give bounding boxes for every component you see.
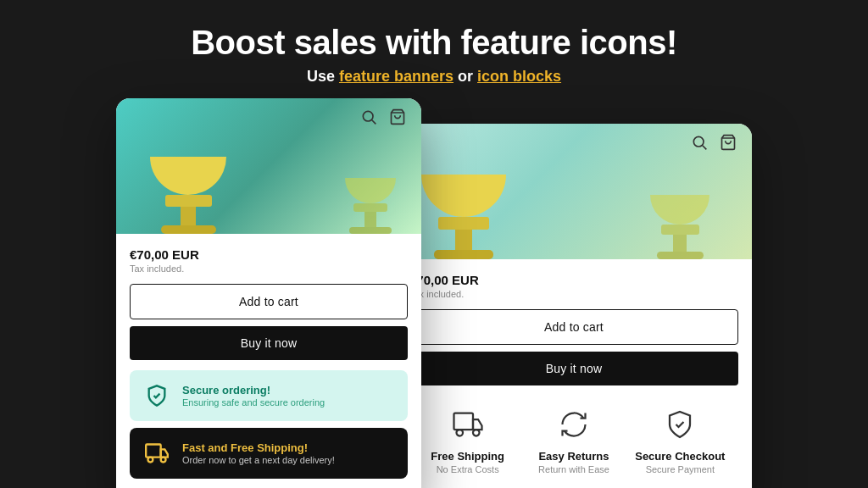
- shield-check-icon: [142, 380, 172, 411]
- add-to-cart-button-left[interactable]: Add to cart: [130, 284, 408, 319]
- secure-checkout-icon: [661, 406, 698, 443]
- svg-point-0: [363, 111, 373, 121]
- search-icon[interactable]: [360, 108, 379, 127]
- icon-block-secure: Secure Checkout Secure Payment: [629, 406, 732, 474]
- svg-rect-3: [146, 445, 161, 458]
- feature-banners-link[interactable]: feature banners: [339, 68, 453, 85]
- secure-ordering-text: Secure ordering! Ensuring safe and secur…: [182, 384, 325, 408]
- buy-now-button-right[interactable]: Buy it now: [409, 352, 738, 385]
- svg-point-6: [693, 136, 704, 147]
- svg-point-4: [148, 458, 153, 463]
- add-to-cart-button-right[interactable]: Add to cart: [409, 309, 738, 345]
- icon-block-shipping: Free Shipping No Extra Costs: [416, 406, 519, 474]
- card-left-nav: [347, 98, 421, 134]
- icon-blocks-row: Free Shipping No Extra Costs Easy Return…: [409, 396, 738, 488]
- card-right: €70,00 EUR Tax included. Add to cart Buy…: [396, 124, 752, 488]
- price-label-right: €70,00 EUR: [409, 273, 738, 287]
- svg-line-1: [372, 120, 376, 125]
- price-tax-right: Tax included.: [409, 289, 738, 299]
- card-right-nav: [677, 124, 752, 159]
- free-shipping-icon: [449, 406, 487, 443]
- shipping-text: Fast and Free Shipping! Order now to get…: [182, 441, 335, 465]
- svg-point-10: [456, 430, 463, 436]
- secure-ordering-banner: Secure ordering! Ensuring safe and secur…: [130, 370, 408, 421]
- svg-rect-9: [453, 413, 473, 430]
- card-left-content: €70,00 EUR Tax included. Add to cart Buy…: [116, 234, 421, 488]
- returns-block-subtitle: Return with Ease: [538, 464, 609, 474]
- secure-ordering-title: Secure ordering!: [182, 384, 325, 396]
- truck-icon: [142, 438, 172, 469]
- icon-blocks-link[interactable]: icon blocks: [477, 68, 561, 85]
- price-label-left: €70,00 EUR: [130, 247, 408, 262]
- svg-point-11: [473, 430, 480, 436]
- svg-point-5: [161, 458, 166, 463]
- subtitle-or: or: [453, 68, 477, 85]
- search-icon-right[interactable]: [691, 134, 709, 152]
- buy-now-button-left[interactable]: Buy it now: [130, 326, 408, 360]
- page-title: Boost sales with feature icons!: [17, 24, 851, 61]
- card-right-content: €70,00 EUR Tax included. Add to cart Buy…: [396, 259, 752, 488]
- easy-returns-icon: [555, 406, 593, 443]
- shipping-block-title: Free Shipping: [431, 450, 504, 463]
- shipping-title: Fast and Free Shipping!: [182, 441, 335, 454]
- shipping-banner: Fast and Free Shipping! Order now to get…: [130, 428, 408, 479]
- secure-block-subtitle: Secure Payment: [646, 464, 715, 474]
- cart-icon[interactable]: [389, 108, 408, 127]
- cart-icon-right[interactable]: [720, 134, 738, 152]
- price-tax-left: Tax included.: [130, 263, 408, 274]
- card-left: €70,00 EUR Tax included. Add to cart Buy…: [116, 98, 421, 488]
- returns-block-title: Easy Returns: [538, 450, 609, 463]
- secure-ordering-subtitle: Ensuring safe and secure ordering: [182, 397, 325, 408]
- subtitle-text: Use: [307, 68, 339, 85]
- svg-line-7: [703, 146, 707, 150]
- secure-block-title: Secure Checkout: [635, 450, 725, 463]
- header-subtitle: Use feature banners or icon blocks: [17, 68, 851, 86]
- cards-container: €70,00 EUR Tax included. Add to cart Buy…: [116, 98, 752, 488]
- icon-block-returns: Easy Returns Return with Ease: [522, 406, 625, 474]
- shipping-subtitle: Order now to get a next day delivery!: [182, 455, 335, 465]
- shipping-block-subtitle: No Extra Costs: [437, 464, 499, 474]
- header: Boost sales with feature icons! Use feat…: [0, 0, 868, 103]
